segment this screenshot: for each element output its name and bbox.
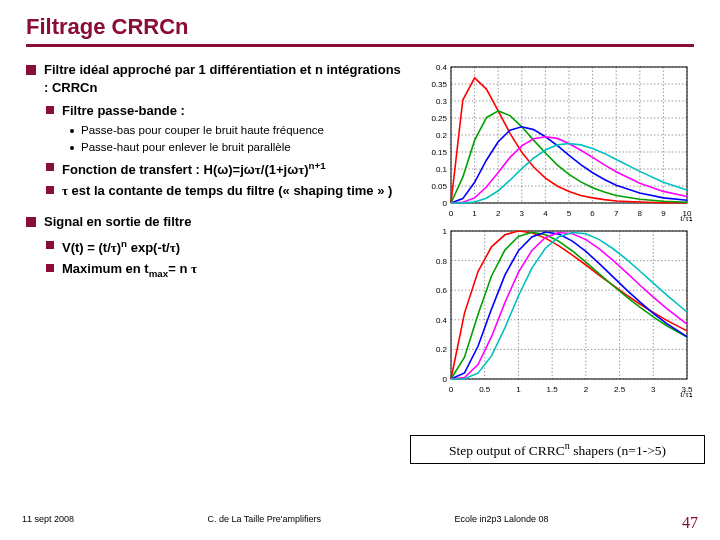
bullet-text: τ est la contante de temps du filtre (« … bbox=[62, 182, 392, 200]
dot-bullet-icon bbox=[70, 129, 74, 133]
footer-venue: Ecole in2p3 Lalonde 08 bbox=[455, 514, 549, 532]
svg-text:2: 2 bbox=[496, 209, 501, 218]
tmax-pre: Maximum en t bbox=[62, 261, 149, 276]
svg-text:0.4: 0.4 bbox=[436, 63, 448, 72]
bullet-text: Maximum en tmax= n τ bbox=[62, 260, 197, 280]
bullet-text: Fonction de transfert : H(ω)=jωτ/(1+jωτ)… bbox=[62, 159, 326, 179]
slide-title: Filtrage CRRCn bbox=[26, 14, 694, 40]
tau-rest: est la contante de temps du filtre (« sh… bbox=[68, 183, 392, 198]
svg-text:0.25: 0.25 bbox=[431, 114, 447, 123]
bullet-text: Filtre idéal approché par 1 différentiat… bbox=[44, 61, 403, 96]
svg-text:0.15: 0.15 bbox=[431, 148, 447, 157]
chart-top: 01234567891000.050.10.150.20.250.30.350.… bbox=[415, 61, 693, 221]
vt-pre: V(t) = (t/ bbox=[62, 240, 111, 255]
square-bullet-icon bbox=[46, 186, 54, 194]
tf-exp: n+1 bbox=[308, 160, 325, 171]
svg-text:2: 2 bbox=[583, 385, 588, 394]
tmax-sub: max bbox=[149, 267, 169, 278]
chart-bottom: 00.511.522.533.500.20.40.60.81 t/τ₁ bbox=[415, 225, 693, 397]
bullet-tmax: Maximum en tmax= n τ bbox=[46, 260, 403, 280]
svg-text:0.8: 0.8 bbox=[436, 257, 448, 266]
svg-text:0: 0 bbox=[442, 199, 447, 208]
svg-text:1.5: 1.5 bbox=[546, 385, 558, 394]
chart-step: 00.511.522.533.500.20.40.60.81 bbox=[415, 225, 693, 397]
bullet-signal-out: Signal en sortie de filtre bbox=[26, 213, 403, 231]
caption-pre: Step output of CRRC bbox=[449, 443, 565, 458]
title-rule bbox=[26, 44, 694, 47]
svg-text:0: 0 bbox=[442, 375, 447, 384]
square-bullet-icon bbox=[46, 241, 54, 249]
svg-text:0.4: 0.4 bbox=[436, 316, 448, 325]
svg-text:4: 4 bbox=[543, 209, 548, 218]
svg-text:0.3: 0.3 bbox=[436, 97, 448, 106]
svg-text:7: 7 bbox=[614, 209, 619, 218]
bullet-vt: V(t) = (t/τ)n exp(-t/τ) bbox=[46, 237, 403, 257]
slide-footer: 11 sept 2008 C. de La Taille Pre'amplifi… bbox=[0, 514, 720, 532]
tf-mid: /(1+jω bbox=[261, 162, 298, 177]
caption-step-output: Step output of CRRCn shapers (n=1->5) bbox=[410, 435, 705, 464]
svg-text:0.05: 0.05 bbox=[431, 182, 447, 191]
chart-xlabel: t/τ₁ bbox=[680, 389, 693, 399]
bullet-tau-const: τ est la contante de temps du filtre (« … bbox=[46, 182, 403, 200]
square-bullet-icon bbox=[26, 65, 36, 75]
svg-text:0.2: 0.2 bbox=[436, 345, 448, 354]
svg-text:0: 0 bbox=[449, 209, 454, 218]
svg-text:0.1: 0.1 bbox=[436, 165, 448, 174]
svg-text:1: 1 bbox=[442, 227, 447, 236]
svg-text:2.5: 2.5 bbox=[614, 385, 626, 394]
chart-xlabel: t/τ₁ bbox=[680, 213, 693, 223]
svg-text:1: 1 bbox=[472, 209, 477, 218]
tau-symbol: τ bbox=[191, 261, 197, 276]
bullet-text: Passe-bas pour couper le bruit haute fré… bbox=[81, 123, 324, 139]
page-number: 47 bbox=[682, 514, 698, 532]
bullet-text: Signal en sortie de filtre bbox=[44, 213, 191, 231]
svg-text:1: 1 bbox=[516, 385, 521, 394]
square-bullet-icon bbox=[46, 163, 54, 171]
content-columns: Filtre idéal approché par 1 différentiat… bbox=[26, 61, 694, 401]
svg-text:0.5: 0.5 bbox=[479, 385, 491, 394]
svg-text:0.2: 0.2 bbox=[436, 131, 448, 140]
bullet-passehaut: Passe-haut pour enlever le bruit parallè… bbox=[70, 140, 403, 156]
tmax-mid: = n bbox=[168, 261, 191, 276]
charts-column: 01234567891000.050.10.150.20.250.30.350.… bbox=[415, 61, 694, 401]
bullet-text: Passe-haut pour enlever le bruit parallè… bbox=[81, 140, 291, 156]
svg-text:0.35: 0.35 bbox=[431, 80, 447, 89]
footer-date: 11 sept 2008 bbox=[22, 514, 74, 532]
vt-end: ) bbox=[176, 240, 180, 255]
bullet-text: Filtre passe-bande : bbox=[62, 102, 185, 120]
vt-post: exp(-t/ bbox=[127, 240, 170, 255]
chart-impulse: 01234567891000.050.10.150.20.250.30.350.… bbox=[415, 61, 693, 221]
svg-text:9: 9 bbox=[661, 209, 666, 218]
svg-text:3: 3 bbox=[651, 385, 656, 394]
dot-bullet-icon bbox=[70, 146, 74, 150]
caption-post: shapers (n=1->5) bbox=[570, 443, 666, 458]
square-bullet-icon bbox=[46, 264, 54, 272]
svg-text:3: 3 bbox=[519, 209, 524, 218]
svg-text:5: 5 bbox=[567, 209, 572, 218]
bullet-passebas: Passe-bas pour couper le bruit haute fré… bbox=[70, 123, 403, 139]
footer-author: C. de La Taille Pre'amplifiers bbox=[207, 514, 321, 532]
bullet-passebande: Filtre passe-bande : bbox=[46, 102, 403, 120]
svg-text:8: 8 bbox=[637, 209, 642, 218]
tf-pre: Fonction de transfert : H(ω)=jω bbox=[62, 162, 255, 177]
bullet-text: V(t) = (t/τ)n exp(-t/τ) bbox=[62, 237, 180, 257]
svg-text:0: 0 bbox=[449, 385, 454, 394]
bullet-filter-ideal: Filtre idéal approché par 1 différentiat… bbox=[26, 61, 403, 96]
square-bullet-icon bbox=[46, 106, 54, 114]
text-column: Filtre idéal approché par 1 différentiat… bbox=[26, 61, 403, 401]
svg-text:6: 6 bbox=[590, 209, 595, 218]
bullet-transfer-fn: Fonction de transfert : H(ω)=jωτ/(1+jωτ)… bbox=[46, 159, 403, 179]
svg-text:0.6: 0.6 bbox=[436, 286, 448, 295]
square-bullet-icon bbox=[26, 217, 36, 227]
